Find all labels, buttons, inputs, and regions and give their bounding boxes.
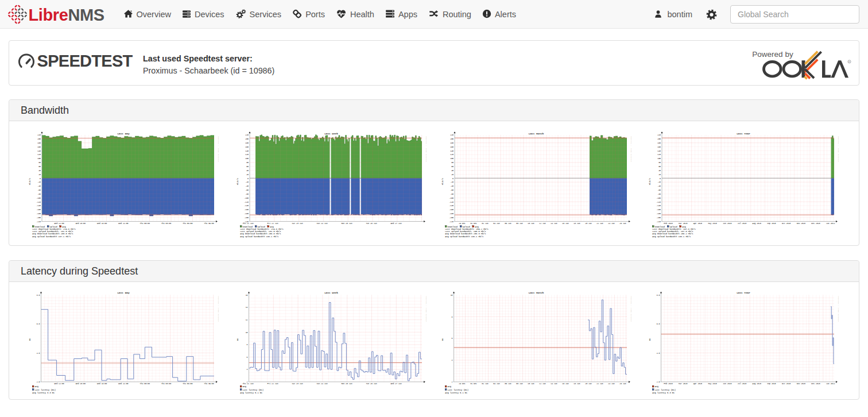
svg-text:4: 4 xyxy=(247,368,248,370)
svg-text:18 Jan: 18 Jan xyxy=(574,383,580,385)
svg-text:Wed 15:00: Wed 15:00 xyxy=(76,222,86,225)
svg-text:-60: -60 xyxy=(450,189,454,191)
svg-text:Mbit/s: Mbit/s xyxy=(441,178,444,185)
svg-text:Last Year: Last Year xyxy=(737,291,750,294)
svg-text:12: 12 xyxy=(246,319,248,321)
svg-text:8.0: 8.0 xyxy=(657,294,660,296)
svg-text:180: 180 xyxy=(37,142,41,144)
svg-text:120: 120 xyxy=(37,153,41,156)
svg-text:20 Jan: 20 Jan xyxy=(585,222,592,225)
svg-text:8: 8 xyxy=(452,316,453,318)
svg-text:ms: ms xyxy=(237,338,239,341)
svg-text:Sun 24 Jan: Sun 24 Jan xyxy=(316,383,327,385)
svg-text:40: 40 xyxy=(658,169,661,172)
svg-text:16 Jan: 16 Jan xyxy=(562,383,569,385)
svg-text:10 Jan: 10 Jan xyxy=(528,222,534,225)
svg-text:2: 2 xyxy=(452,381,453,383)
svg-text:-100: -100 xyxy=(449,197,454,199)
svg-text:-140: -140 xyxy=(656,204,661,207)
svg-text:06 Jan: 06 Jan xyxy=(505,383,512,385)
svg-text:Avg latency 5.3 ms: Avg latency 5.3 ms xyxy=(652,392,675,394)
svg-text:120: 120 xyxy=(450,153,454,156)
svg-text:-220: -220 xyxy=(656,221,661,223)
svg-text:Mar 2020: Mar 2020 xyxy=(679,383,687,385)
svg-text:Thu 03:00: Thu 03:00 xyxy=(161,222,171,225)
svg-text:Last Year: Last Year xyxy=(737,132,750,135)
svg-text:Fri 22 Jan: Fri 22 Jan xyxy=(267,383,278,385)
svg-text:Last Month: Last Month xyxy=(529,132,544,135)
svg-text:Last latency (ms): Last latency (ms) xyxy=(654,389,676,391)
svg-text:10: 10 xyxy=(451,294,453,296)
svg-text:200: 200 xyxy=(657,138,661,140)
svg-text:Thu 21 Jan: Thu 21 Jan xyxy=(242,383,253,385)
svg-text:8: 8 xyxy=(247,343,248,346)
svg-text:-120: -120 xyxy=(244,201,249,203)
svg-text:Thu 03:00: Thu 03:00 xyxy=(161,383,171,385)
svg-text:Sat 23 Jan: Sat 23 Jan xyxy=(292,383,303,385)
svg-text:Sat 23 Jan: Sat 23 Jan xyxy=(292,222,303,225)
svg-text:120: 120 xyxy=(657,153,661,156)
svg-text:Wed 15:00: Wed 15:00 xyxy=(76,383,86,385)
svg-text:Apr 2020: Apr 2020 xyxy=(693,222,702,225)
svg-text:160: 160 xyxy=(245,146,249,148)
svg-text:Sun 24 Jan: Sun 24 Jan xyxy=(316,222,327,225)
svg-text:12 Jan: 12 Jan xyxy=(539,383,546,385)
svg-text:-60: -60 xyxy=(245,189,249,191)
svg-text:14 Jan: 14 Jan xyxy=(551,383,557,385)
svg-text:6.0: 6.0 xyxy=(657,323,660,325)
svg-text:Thu 21 Jan: Thu 21 Jan xyxy=(242,222,253,225)
svg-text:14 Jan: 14 Jan xyxy=(551,222,557,225)
svg-text:LibreNMS: LibreNMS xyxy=(29,6,104,24)
svg-text:04 Jan: 04 Jan xyxy=(493,383,500,385)
svg-text:220: 220 xyxy=(657,134,661,136)
svg-text:Jun 2020: Jun 2020 xyxy=(723,383,731,385)
svg-text:Jun 2020: Jun 2020 xyxy=(723,222,731,225)
svg-text:-140: -140 xyxy=(244,204,249,207)
svg-text:Wed 21:00: Wed 21:00 xyxy=(118,222,128,225)
svg-text:Last Day: Last Day xyxy=(117,132,129,135)
svg-text:Avg upload bandwidth 187.1 Mb/: Avg upload bandwidth 187.1 Mb/s xyxy=(32,235,71,238)
svg-text:Last latency (ms): Last latency (ms) xyxy=(34,389,56,391)
svg-text:80: 80 xyxy=(451,161,454,164)
svg-text:ms: ms xyxy=(649,338,651,341)
svg-text:4: 4 xyxy=(452,359,453,361)
svg-text:Wed 27 Jan: Wed 27 Jan xyxy=(390,222,401,225)
svg-text:Wed 21:00: Wed 21:00 xyxy=(118,383,128,385)
svg-text:Thu 00:00: Thu 00:00 xyxy=(140,383,150,385)
svg-text:22 Jan: 22 Jan xyxy=(596,383,603,385)
svg-text:Last latency (ms): Last latency (ms) xyxy=(447,389,468,391)
svg-text:-160: -160 xyxy=(244,208,249,211)
svg-text:-80: -80 xyxy=(657,193,661,195)
svg-text:0: 0 xyxy=(40,177,41,180)
svg-text:-200: -200 xyxy=(449,217,454,219)
svg-text:Avg: Avg xyxy=(447,385,451,388)
svg-text:-60: -60 xyxy=(37,189,41,191)
svg-text:6.0: 6.0 xyxy=(37,323,40,325)
svg-text:0: 0 xyxy=(247,177,249,180)
svg-text:-120: -120 xyxy=(449,201,454,203)
svg-text:RRDTOOL / TOBI OETIKER: RRDTOOL / TOBI OETIKER xyxy=(838,296,839,322)
svg-text:24 Jan: 24 Jan xyxy=(608,222,615,225)
svg-text:Mon 25 Jan: Mon 25 Jan xyxy=(341,383,352,385)
svg-text:31 Dec: 31 Dec xyxy=(470,222,477,225)
svg-text:Mbit/s: Mbit/s xyxy=(29,178,31,185)
svg-text:-100: -100 xyxy=(656,197,661,199)
svg-text:Feb 2020: Feb 2020 xyxy=(664,383,672,385)
svg-text:Avg upload bandwidth 188.1 Mb/: Avg upload bandwidth 188.1 Mb/s xyxy=(445,235,483,238)
svg-text:6: 6 xyxy=(452,337,453,339)
svg-text:Thu 09:00: Thu 09:00 xyxy=(204,222,214,225)
svg-text:Aug 2020: Aug 2020 xyxy=(753,222,761,225)
svg-text:100: 100 xyxy=(450,157,454,160)
svg-text:160: 160 xyxy=(657,146,661,148)
svg-text:Avg: Avg xyxy=(654,385,658,388)
svg-text:14: 14 xyxy=(246,306,248,308)
svg-text:160: 160 xyxy=(37,146,41,148)
svg-text:Thu 06:00: Thu 06:00 xyxy=(183,383,192,385)
svg-text:80: 80 xyxy=(246,161,249,164)
svg-text:May 2020: May 2020 xyxy=(708,222,716,225)
svg-text:Mar 2020: Mar 2020 xyxy=(679,222,687,225)
svg-text:Wed 18:00: Wed 18:00 xyxy=(97,383,107,385)
svg-text:-180: -180 xyxy=(36,213,41,215)
svg-text:-20: -20 xyxy=(245,181,249,183)
svg-text:-140: -140 xyxy=(449,204,454,207)
